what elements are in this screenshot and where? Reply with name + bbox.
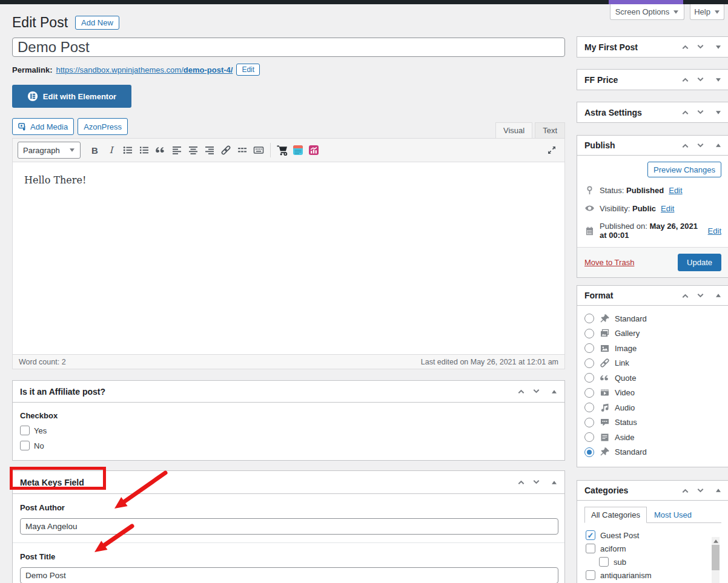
category-checkbox[interactable]: [586, 544, 595, 553]
my-first-post-header[interactable]: My First Post: [577, 37, 728, 57]
move-up-button[interactable]: [681, 292, 689, 300]
move-up-button[interactable]: [681, 142, 689, 150]
tab-visual[interactable]: Visual: [495, 122, 532, 138]
move-down-button[interactable]: [697, 487, 704, 495]
move-up-button[interactable]: [681, 76, 689, 84]
move-down-button[interactable]: [697, 108, 704, 116]
format-option-label: Image: [615, 344, 637, 353]
move-down-button[interactable]: [697, 142, 704, 150]
add-media-button[interactable]: Add Media: [12, 118, 74, 135]
edit-with-elementor-button[interactable]: Edit with Elementor: [12, 85, 131, 108]
bold-button[interactable]: B: [87, 142, 103, 159]
move-up-button[interactable]: [681, 487, 689, 495]
fullscreen-icon: [547, 145, 557, 155]
tab-all-categories[interactable]: All Categories: [584, 507, 647, 523]
move-up-button[interactable]: [681, 43, 689, 51]
edit-visibility-link[interactable]: Edit: [661, 204, 674, 213]
chart-plugin-button[interactable]: [306, 142, 322, 158]
update-button[interactable]: Update: [678, 254, 721, 271]
format-radio[interactable]: [584, 432, 594, 442]
bullet-list-button[interactable]: [119, 142, 136, 159]
move-up-button[interactable]: [517, 387, 525, 395]
format-radio[interactable]: [584, 447, 594, 457]
format-option-label: Audio: [615, 403, 635, 412]
format-radio[interactable]: [584, 388, 594, 398]
permalink-edit-button[interactable]: Edit: [236, 64, 260, 76]
gallery-icon: [599, 328, 610, 338]
affiliate-metabox-header[interactable]: Is it an Affiliate post?: [13, 381, 564, 403]
category-checkbox[interactable]: [586, 570, 595, 580]
category-checkbox[interactable]: [586, 530, 595, 540]
affiliate-no-checkbox[interactable]: [20, 441, 30, 450]
add-new-button[interactable]: Add New: [75, 16, 119, 30]
post-title-meta-input[interactable]: [20, 567, 558, 583]
format-radio[interactable]: [584, 329, 594, 338]
category-checkbox[interactable]: [599, 557, 609, 567]
toolbar-toggle-button[interactable]: [250, 142, 266, 159]
status-label: Status: Published: [600, 186, 664, 195]
italic-button[interactable]: I: [103, 142, 119, 159]
astra-settings-header[interactable]: Astra Settings: [577, 102, 728, 122]
format-radio[interactable]: [584, 418, 594, 427]
read-more-button[interactable]: [234, 142, 250, 159]
collapse-toggle-icon[interactable]: [715, 44, 721, 50]
tab-text[interactable]: Text: [535, 122, 565, 138]
blockquote-button[interactable]: [152, 142, 168, 159]
move-down-button[interactable]: [532, 387, 540, 395]
align-right-button[interactable]: [201, 142, 217, 159]
format-radio[interactable]: [584, 343, 594, 353]
post-title-input[interactable]: [12, 38, 565, 57]
move-down-button[interactable]: [532, 478, 540, 486]
scrollbar-thumb[interactable]: [712, 545, 720, 570]
move-down-button[interactable]: [697, 76, 704, 84]
affiliate-yes-checkbox[interactable]: [20, 426, 30, 435]
publish-header[interactable]: Publish: [577, 136, 728, 156]
publish-title: Publish: [584, 140, 615, 150]
post-author-input[interactable]: [20, 518, 558, 535]
edit-status-link[interactable]: Edit: [669, 186, 682, 195]
collapse-toggle-icon[interactable]: [551, 389, 557, 395]
insert-link-button[interactable]: [217, 142, 234, 159]
meta-keys-metabox-header[interactable]: Meta Keys Field: [13, 471, 564, 494]
collapse-toggle-icon[interactable]: [715, 487, 721, 493]
azonpress-shortcode-button[interactable]: [274, 142, 290, 158]
numbered-list-button[interactable]: [136, 142, 152, 159]
scroll-up-button[interactable]: [712, 537, 720, 545]
edit-published-date-link[interactable]: Edit: [708, 226, 721, 236]
format-radio[interactable]: [584, 358, 594, 368]
move-up-button[interactable]: [681, 108, 689, 116]
format-radio[interactable]: [584, 314, 594, 323]
ff-price-metabox: FF Price: [577, 69, 728, 90]
categories-scrollbar[interactable]: [712, 537, 720, 583]
move-down-button[interactable]: [697, 292, 704, 300]
move-up-button[interactable]: [517, 478, 525, 486]
format-radio[interactable]: [584, 403, 594, 412]
format-option-image: Image: [584, 341, 721, 356]
collapse-toggle-icon[interactable]: [715, 142, 721, 148]
categories-header[interactable]: Categories: [577, 481, 728, 501]
collapse-toggle-icon[interactable]: [715, 292, 721, 298]
permalink-link[interactable]: https://sandbox.wpninjathemes.com/demo-p…: [56, 65, 233, 74]
collapse-toggle-icon[interactable]: [551, 479, 557, 486]
tab-most-used[interactable]: Most Used: [647, 507, 699, 522]
paragraph-format-select[interactable]: Paragraph: [18, 142, 81, 159]
collapse-toggle-icon[interactable]: [715, 77, 721, 83]
format-header[interactable]: Format: [577, 286, 728, 306]
preview-changes-button[interactable]: Preview Changes: [647, 162, 721, 177]
distraction-free-button[interactable]: [543, 142, 560, 159]
format-option-label: Standard: [615, 314, 647, 323]
ff-price-header[interactable]: FF Price: [577, 70, 728, 90]
move-down-button[interactable]: [697, 43, 704, 51]
azonpress-button[interactable]: AzonPress: [78, 118, 128, 135]
move-to-trash-link[interactable]: Move to Trash: [584, 258, 634, 267]
category-item: Guest Post: [586, 530, 721, 540]
align-center-icon: [188, 145, 199, 156]
align-left-button[interactable]: [168, 142, 185, 159]
my-first-post-metabox: My First Post: [577, 36, 728, 58]
collapse-toggle-icon[interactable]: [715, 110, 721, 116]
notebook-plugin-button[interactable]: [290, 142, 306, 158]
format-radio[interactable]: [584, 373, 594, 383]
editor-content-area[interactable]: Hello There!: [13, 162, 564, 354]
category-item: sub: [599, 557, 721, 567]
align-center-button[interactable]: [185, 142, 201, 159]
